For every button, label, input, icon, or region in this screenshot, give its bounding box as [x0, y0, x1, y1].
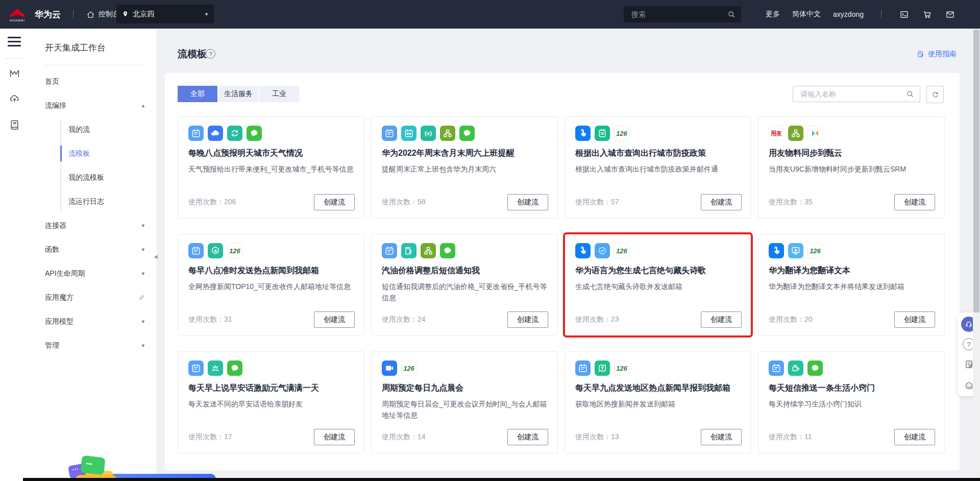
- template-search-input[interactable]: [799, 89, 905, 99]
- sidebar-item-5[interactable]: 应用魔方: [29, 285, 157, 309]
- usage-count: 使用次数：31: [188, 315, 232, 324]
- card-description: 生成七言绝句藏头诗歌并发送邮箱: [575, 281, 741, 292]
- schedule-calendar-icon: [188, 126, 204, 141]
- sidebar-collapse-icon[interactable]: ◀: [154, 249, 160, 264]
- external-link-icon: [138, 294, 145, 301]
- macroverse-icon[interactable]: [8, 67, 21, 80]
- sidebar-item-2[interactable]: 连接器▼: [29, 213, 157, 237]
- logo-126-icon: 126: [227, 243, 242, 258]
- template-card[interactable]: 126每早八点准时发送热点新闻到我邮箱全网热搜新闻TOP10_可更改收件人邮箱地…: [178, 234, 364, 336]
- create-flow-button[interactable]: 创建流: [894, 311, 935, 328]
- account-menu[interactable]: axyzdong: [833, 10, 864, 18]
- usage-count: 使用次数：57: [575, 198, 619, 207]
- create-flow-button[interactable]: 创建流: [701, 194, 742, 210]
- region-selector[interactable]: 北京四 ▼: [116, 5, 214, 23]
- catalog-icon[interactable]: [8, 118, 21, 131]
- sidebar-item-3[interactable]: 函数▼: [29, 237, 157, 261]
- chevron-down-icon: ▼: [141, 319, 145, 324]
- card-title: 根据出入城市查询出行城市防疫政策: [575, 148, 741, 159]
- template-search[interactable]: [793, 86, 920, 102]
- template-card[interactable]: 126华为语言为您生成七言绝句藏头诗歌生成七言绝句藏头诗歌并发送邮箱使用次数：2…: [565, 234, 751, 336]
- usage-guide-link[interactable]: 使用指南: [917, 50, 957, 59]
- scrollbar-thumb[interactable]: [973, 30, 979, 312]
- sidebar-subitem-1-3[interactable]: 流运行日志: [29, 189, 157, 213]
- refresh-button[interactable]: [926, 86, 944, 103]
- template-card[interactable]: {x}华为2022年周末含月末周六上班提醒提醒周末正常上班包含华为月末周六使用次…: [371, 116, 558, 219]
- card-description: 获取地区热搜新闻并发送到邮箱: [575, 398, 741, 410]
- template-card[interactable]: 126根据出入城市查询出行城市防疫政策根据出入城市查询出行城市防疫政策并邮件通使…: [565, 116, 751, 219]
- logo-126-icon: 126: [807, 243, 823, 258]
- tab-0[interactable]: 全部: [178, 86, 217, 102]
- logo-126-icon: 126: [614, 243, 629, 258]
- flow-chart-icon: [421, 243, 436, 258]
- help-icon[interactable]: ?: [206, 49, 215, 59]
- sidebar-item-6[interactable]: 应用模型▼: [29, 309, 157, 333]
- card-description: 天气预报给出行带来便利_可更改城市_手机号等信息: [188, 163, 354, 175]
- search-icon[interactable]: [727, 10, 736, 19]
- template-card[interactable]: 汽油价格调整后短信通知我短信通知我调整后的汽油价格_可更改省份_手机号等信息使用…: [371, 234, 558, 336]
- mail-icon[interactable]: [945, 9, 955, 20]
- create-flow-button[interactable]: 创建流: [314, 311, 355, 328]
- logo-yonyou-icon: 用友: [769, 126, 784, 141]
- usage-count: 使用次数：23: [575, 315, 619, 324]
- vertical-scrollbar[interactable]: [973, 29, 980, 481]
- sidebar-item-label: 应用模型: [45, 317, 74, 326]
- create-flow-button[interactable]: 创建流: [507, 311, 548, 328]
- create-flow-button[interactable]: 创建流: [507, 194, 548, 210]
- map-doc-icon: [595, 360, 610, 376]
- brand-name[interactable]: 华为云: [35, 9, 61, 20]
- template-card[interactable]: 每天短信推送一条生活小窍门每天持续学习生活小窍门知识使用次数：11创建流: [758, 351, 945, 453]
- template-card[interactable]: 用友用友物料同步到甄云当用友U9C新增物料时同步更新到甄云SRM使用次数：35创…: [758, 116, 945, 219]
- template-card[interactable]: 126每天早九点发送地区热点新闻早报到我邮箱获取地区热搜新闻并发送到邮箱使用次数…: [565, 351, 751, 453]
- weather-cycle-icon: [227, 126, 242, 141]
- assistant-mascot[interactable]: 扫码咨询开天小助手: [65, 454, 187, 481]
- sidebar-subitem-1-1[interactable]: 流模板: [29, 141, 157, 165]
- sidebar-subitem-1-2[interactable]: 我的流模板: [29, 165, 157, 189]
- template-card[interactable]: 每晚八点预报明天城市天气情况天气预报给出行带来便利_可更改城市_手机号等信息使用…: [178, 116, 364, 219]
- usage-count: 使用次数：14: [382, 432, 426, 442]
- card-connector-icons: [382, 243, 547, 258]
- global-search[interactable]: [624, 6, 741, 22]
- usage-count: 使用次数：13: [575, 432, 619, 442]
- template-card[interactable]: 126华为翻译为您翻译文本华为翻译为您翻译文本并将结果发送到邮箱使用次数：20创…: [758, 234, 945, 336]
- card-description: 当用友U9C新增物料时同步更新到甄云SRM: [769, 163, 934, 175]
- create-flow-button[interactable]: 创建流: [701, 429, 742, 445]
- menu-toggle-icon[interactable]: [8, 37, 21, 49]
- sidebar-subitem-1-0[interactable]: 我的流: [29, 117, 157, 141]
- search-icon[interactable]: [905, 89, 915, 99]
- create-flow-button[interactable]: 创建流: [894, 429, 935, 445]
- card-description: 周期预定每日晨会_可更改会议开始时间_与会人邮箱地址等信息: [382, 398, 547, 421]
- create-flow-button[interactable]: 创建流: [314, 194, 355, 210]
- template-card[interactable]: 126周期预定每日九点晨会周期预定每日晨会_可更改会议开始时间_与会人邮箱地址等…: [371, 351, 558, 453]
- card-title: 汽油价格调整后短信通知我: [382, 266, 547, 276]
- range-calendar-icon: [401, 126, 416, 141]
- cloud-upload-icon[interactable]: [8, 92, 21, 105]
- sidebar-item-label: 流编排: [45, 101, 66, 110]
- card-title: 华为语言为您生成七言绝句藏头诗歌: [575, 266, 741, 276]
- cart-icon[interactable]: [922, 9, 933, 20]
- tab-1[interactable]: 生活服务: [218, 86, 258, 102]
- console-link[interactable]: 控制台: [86, 10, 120, 19]
- app-window: HUAWEI 华为云 控制台 北京四 ▼ 更多: [0, 0, 980, 481]
- horizontal-scrollbar[interactable]: [23, 478, 980, 481]
- create-flow-button[interactable]: 创建流: [507, 429, 548, 445]
- chevron-down-icon: ▼: [141, 223, 145, 228]
- create-flow-button[interactable]: 创建流: [894, 194, 935, 210]
- card-connector-icons: 126: [769, 243, 934, 258]
- global-search-input[interactable]: [630, 10, 727, 19]
- sidebar-item-7[interactable]: 管理▼: [29, 333, 157, 357]
- language-switch[interactable]: 简体中文: [792, 10, 821, 19]
- sidebar-item-1[interactable]: 流编排▲: [29, 93, 157, 117]
- template-card[interactable]: 每天早上说早安话激励元气满满一天每天发送不同的早安话语给亲朋好友使用次数：17创…: [178, 351, 364, 453]
- chat-icon: [459, 126, 475, 141]
- schedule-calendar-icon: [382, 243, 397, 258]
- card-description: 每天发送不同的早安话语给亲朋好友: [188, 398, 354, 410]
- more-menu[interactable]: 更多: [766, 10, 780, 19]
- cli-terminal-icon[interactable]: [899, 9, 910, 20]
- sidebar-item-0[interactable]: 首页: [29, 69, 157, 93]
- card-connector-icons: 126: [575, 126, 741, 141]
- create-flow-button[interactable]: 创建流: [314, 429, 355, 445]
- tab-2[interactable]: 工业: [259, 86, 299, 102]
- sidebar-item-4[interactable]: API生命周期▼: [29, 261, 157, 285]
- create-flow-button[interactable]: 创建流: [701, 311, 742, 328]
